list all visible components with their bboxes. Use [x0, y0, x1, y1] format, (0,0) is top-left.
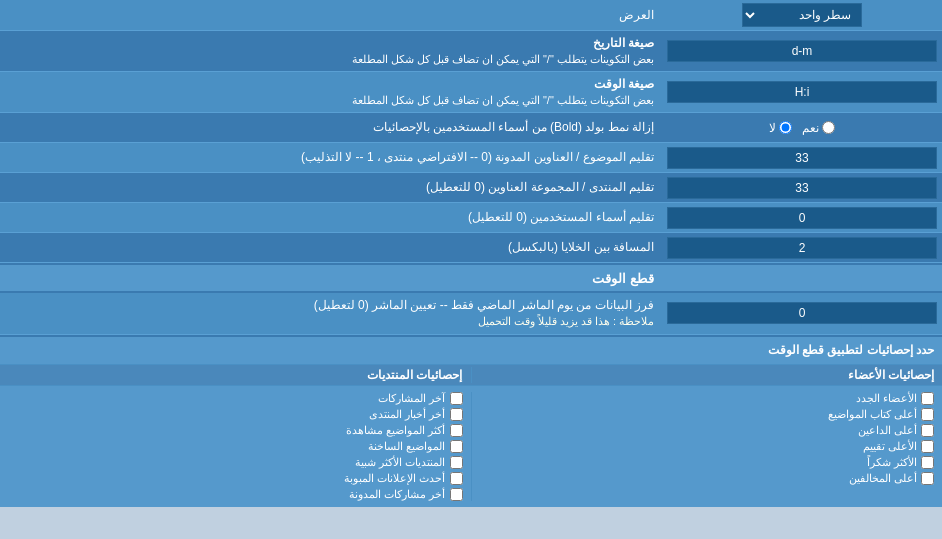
time-cut-row: فرز البيانات من يوم الماشر الماضي فقط --…: [0, 293, 942, 334]
list-item: أحدث الإعلانات المبوبة: [8, 472, 463, 485]
checkbox-latest-ads[interactable]: [450, 472, 463, 485]
checkbox-hot-topics[interactable]: [450, 440, 463, 453]
list-item: أعلى المخالفين: [480, 472, 935, 485]
checkbox-forum-news[interactable]: [450, 408, 463, 421]
forum-titles-row: تقليم المنتدى / المجموعة العناوين (0 للت…: [0, 173, 942, 203]
list-item: أكثر المواضيع مشاهدة: [8, 424, 463, 437]
checkboxes-content: آخر المشاركات أخر أخبار المنتدى أكثر الم…: [0, 386, 942, 507]
checkbox-most-viewed[interactable]: [450, 424, 463, 437]
time-format-input[interactable]: [667, 81, 937, 103]
topic-titles-label: تقليم الموضوع / العناوين المدونة (0 -- ا…: [0, 145, 662, 170]
list-item: الأكثر شكراً: [480, 456, 935, 469]
date-format-input[interactable]: [667, 40, 937, 62]
list-item: أعلى الداعين: [480, 424, 935, 437]
checkbox-top-topic-writers[interactable]: [921, 408, 934, 421]
usernames-trim-row: تقليم أسماء المستخدمين (0 للتعطيل): [0, 203, 942, 233]
date-format-row: صيغة التاريخ بعض التكوينات يتطلب "/" الت…: [0, 31, 942, 72]
topic-titles-row: تقليم الموضوع / العناوين المدونة (0 -- ا…: [0, 143, 942, 173]
usernames-trim-label: تقليم أسماء المستخدمين (0 للتعطيل): [0, 205, 662, 230]
bold-no-label[interactable]: لا: [769, 121, 792, 135]
time-cut-label: فرز البيانات من يوم الماشر الماضي فقط --…: [0, 293, 662, 333]
checkboxes-section: حدد إحصائيات لتطبيق قطع الوقت إحصائيات ا…: [0, 335, 942, 507]
cell-spacing-input-cell: [662, 234, 942, 262]
checkbox-top-callers[interactable]: [921, 424, 934, 437]
time-cut-input[interactable]: [667, 302, 937, 324]
bold-yes-radio[interactable]: [822, 121, 835, 134]
member-stats-col: الأعضاء الجدد أعلى كتاب المواضيع أعلى ال…: [472, 390, 943, 503]
forum-titles-input[interactable]: [667, 177, 937, 199]
checkbox-new-members[interactable]: [921, 392, 934, 405]
display-label: العرض: [0, 3, 662, 28]
list-item: آخر المشاركات: [8, 392, 463, 405]
date-format-input-cell: [662, 37, 942, 65]
bold-radio-group: نعم لا: [769, 121, 835, 135]
col2-header: إحصائيات الأعضاء: [472, 365, 943, 385]
col1-header: إحصائيات المنتديات: [0, 365, 471, 385]
display-select[interactable]: سطر واحد سطرين ثلاثة أسطر: [742, 3, 862, 27]
usernames-trim-input-cell: [662, 204, 942, 232]
checkbox-blog-posts[interactable]: [450, 488, 463, 501]
list-item: المواضيع الساخنة: [8, 440, 463, 453]
bold-no-radio[interactable]: [779, 121, 792, 134]
bold-remove-label: إزالة نمط بولد (Bold) من أسماء المستخدمي…: [0, 115, 662, 140]
forum-stats-col: آخر المشاركات أخر أخبار المنتدى أكثر الم…: [0, 390, 471, 503]
date-format-label: صيغة التاريخ بعض التكوينات يتطلب "/" الت…: [0, 31, 662, 71]
display-select-cell: سطر واحد سطرين ثلاثة أسطر: [662, 0, 942, 30]
list-item: أعلى كتاب المواضيع: [480, 408, 935, 421]
main-container: العرض سطر واحد سطرين ثلاثة أسطر صيغة الت…: [0, 0, 942, 507]
forum-titles-label: تقليم المنتدى / المجموعة العناوين (0 للت…: [0, 175, 662, 200]
list-item: أخر مشاركات المدونة: [8, 488, 463, 501]
forum-titles-input-cell: [662, 174, 942, 202]
topic-titles-input[interactable]: [667, 147, 937, 169]
list-item: الأعضاء الجدد: [480, 392, 935, 405]
time-cut-input-cell: [662, 299, 942, 327]
checkbox-popular-forums[interactable]: [450, 456, 463, 469]
time-cut-apply-label: حدد إحصائيات لتطبيق قطع الوقت: [0, 339, 942, 361]
list-item: الأعلى تقييم: [480, 440, 935, 453]
list-item: أخر أخبار المنتدى: [8, 408, 463, 421]
bold-yes-label[interactable]: نعم: [802, 121, 835, 135]
checkbox-last-posts[interactable]: [450, 392, 463, 405]
cell-spacing-label: المسافة بين الخلايا (بالبكسل): [0, 235, 662, 260]
checkboxes-header: حدد إحصائيات لتطبيق قطع الوقت: [0, 337, 942, 365]
time-cut-header: قطع الوقت: [0, 263, 942, 293]
cell-spacing-input[interactable]: [667, 237, 937, 259]
cell-spacing-row: المسافة بين الخلايا (بالبكسل): [0, 233, 942, 263]
checkbox-top-rated[interactable]: [921, 440, 934, 453]
checkbox-most-thanked[interactable]: [921, 456, 934, 469]
list-item: المنتديات الأكثر شبية: [8, 456, 463, 469]
bold-remove-row: إزالة نمط بولد (Bold) من أسماء المستخدمي…: [0, 113, 942, 143]
time-cut-title: قطع الوقت: [0, 266, 662, 291]
time-format-input-cell: [662, 78, 942, 106]
time-format-label: صيغة الوقت بعض التكوينات يتطلب "/" التي …: [0, 72, 662, 112]
header-row: العرض سطر واحد سطرين ثلاثة أسطر: [0, 0, 942, 31]
bold-remove-radio-cell: نعم لا: [662, 118, 942, 138]
topic-titles-input-cell: [662, 144, 942, 172]
usernames-trim-input[interactable]: [667, 207, 937, 229]
time-format-row: صيغة الوقت بعض التكوينات يتطلب "/" التي …: [0, 72, 942, 113]
checkbox-top-violators[interactable]: [921, 472, 934, 485]
